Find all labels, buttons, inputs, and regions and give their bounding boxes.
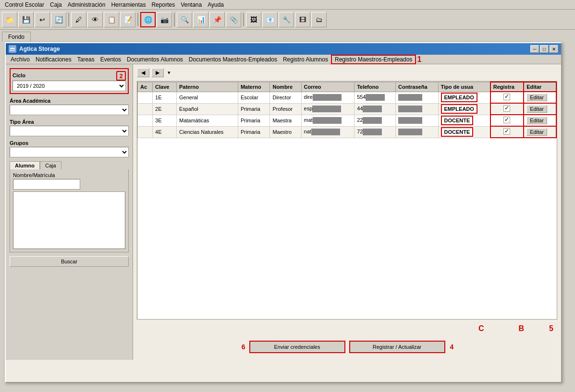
toolbar-btn-4[interactable]: 🔄 [51, 12, 66, 27]
window-menu-archivo[interactable]: Archivo [8, 55, 33, 64]
editar-button[interactable]: Editar [526, 117, 547, 124]
col-ac: Ac [138, 82, 153, 92]
toolbar-btn-16[interactable]: 📧 [262, 12, 278, 27]
toolbar-btn-1[interactable]: 📁 [2, 12, 17, 27]
nombre-matricula-label: Nombre/Matrícula [13, 172, 125, 178]
window-menu-eventos[interactable]: Eventos [98, 55, 124, 64]
window-menu-tareas[interactable]: Tareas [74, 55, 98, 64]
menu-administracion[interactable]: Administración [65, 0, 109, 9]
alumno-caja-tabs: Alumno Caja [10, 161, 129, 169]
toolbar-btn-8[interactable]: 📝 [120, 12, 135, 27]
toolbar-btn-17[interactable]: 🔧 [279, 12, 294, 27]
toolbar-sep-4 [243, 13, 244, 26]
annotation-c: C [478, 324, 484, 333]
maximize-button[interactable]: □ [540, 45, 549, 53]
editar-button[interactable]: Editar [526, 128, 547, 136]
toolbar-btn-12[interactable]: 📊 [193, 12, 208, 27]
registra-cell [490, 126, 524, 138]
editar-cell: Editar [524, 126, 556, 138]
window-menu-documentos-maestros[interactable]: Documentos Maestros-Empleados [186, 55, 280, 64]
toolbar-btn-3[interactable]: ↩ [35, 12, 50, 27]
list-box[interactable] [13, 191, 125, 249]
tab-caja[interactable]: Caja [40, 161, 61, 169]
nombre-matricula-input[interactable] [13, 179, 80, 190]
toolbar-btn-5[interactable]: 🖊 [71, 12, 86, 27]
table-row: 3EMatamáticasPrimariaMaestramat22DOCENTE… [138, 115, 557, 126]
menu-reportes[interactable]: Reportes [148, 0, 178, 9]
back-button[interactable]: ◀ [137, 68, 149, 77]
col-editar: Editar [524, 82, 556, 92]
close-button[interactable]: ✕ [550, 45, 558, 53]
table-cell: nat [301, 126, 355, 138]
table-cell: esp [301, 103, 355, 115]
tipo-usuario-value: EMPLEADO [441, 93, 477, 102]
editar-button[interactable]: Editar [526, 105, 547, 113]
window-title-left: 🗃 Agtica Storage [9, 45, 60, 53]
toolbar-btn-13[interactable]: 📌 [209, 12, 225, 27]
table-cell [395, 92, 438, 103]
toolbar-btn-14[interactable]: 📎 [226, 12, 241, 27]
area-academica-select[interactable] [10, 105, 129, 115]
forward-button[interactable]: ▶ [151, 68, 164, 77]
editar-cell: Editar [524, 103, 556, 115]
tipo-area-label: Tipo Área [10, 119, 129, 125]
menu-control-escolar[interactable]: Control Escolar [2, 0, 47, 9]
window-menu-notificaciones[interactable]: Notificaciones [33, 55, 74, 64]
menu-herramientas[interactable]: Herramientas [108, 0, 148, 9]
annotation-b: B [519, 324, 525, 333]
toolbar-btn-6[interactable]: 👁 [87, 12, 103, 27]
table-cell: Español [176, 103, 238, 115]
col-registra: Registra [490, 82, 524, 92]
table-cell: Ciencias Naturales [176, 126, 238, 138]
table-cell: Primaria [238, 115, 270, 126]
tab-alumno[interactable]: Alumno [10, 161, 40, 169]
minimize-button[interactable]: ─ [530, 45, 539, 53]
registra-cell [490, 103, 524, 115]
menu-ventana[interactable]: Ventana [178, 0, 205, 9]
toolbar-btn-2[interactable]: 💾 [18, 12, 34, 27]
content-area: Ciclo 2 2019 / 2020 Área Académica Tipo … [6, 64, 561, 360]
table-row: 1EGeneralEscolarDirectordire554EMPLEADOE… [138, 92, 557, 103]
tipo-usuario-cell: DOCENTE [438, 115, 490, 126]
table-cell: dire [301, 92, 355, 103]
registra-checkbox[interactable] [503, 117, 510, 123]
editar-cell: Editar [524, 92, 556, 103]
annotation-5: 5 [549, 324, 553, 333]
grupos-select[interactable] [10, 147, 129, 157]
tipo-usuario-value: DOCENTE [441, 127, 474, 137]
registra-checkbox[interactable] [503, 94, 510, 100]
registra-cell [490, 92, 524, 103]
fondo-tab[interactable]: Fondo [2, 32, 31, 42]
menu-ayuda[interactable]: Ayuda [205, 0, 227, 9]
grupos-section: Grupos [10, 140, 129, 157]
toolbar-btn-11[interactable]: 🔍 [177, 12, 192, 27]
table-cell: 1E [153, 92, 177, 103]
toolbar-btn-10[interactable]: 📷 [157, 12, 172, 27]
registra-checkbox[interactable] [503, 105, 510, 112]
toolbar-btn-active[interactable]: 🌐 [140, 12, 156, 27]
table-cell: Maestro [270, 126, 301, 138]
table-cell [138, 115, 153, 126]
tipo-usuario-cell: EMPLEADO [438, 92, 490, 103]
window-menu-documentos-alumnos[interactable]: Documentos Alumnos [124, 55, 186, 64]
table-cell: 22 [355, 115, 396, 126]
window-menu-registro-alumnos[interactable]: Registro Alumnos [280, 55, 331, 64]
toolbar-sep-1 [68, 13, 69, 26]
ciclo-select[interactable]: 2019 / 2020 [12, 81, 126, 91]
enviar-credenciales-button[interactable]: Enviar credenciales [249, 341, 345, 353]
table-row: 4ECiencias NaturalesPrimariaMaestronat72… [138, 126, 557, 138]
toolbar-btn-18[interactable]: 🎞 [295, 12, 310, 27]
editar-button[interactable]: Editar [526, 94, 547, 101]
tipo-area-select[interactable] [10, 126, 129, 136]
data-table: Ac Clave Paterno Materno Nombre Correo T… [137, 82, 557, 138]
toolbar-btn-7[interactable]: 📋 [104, 12, 119, 27]
editar-cell: Editar [524, 115, 556, 126]
toolbar-btn-19[interactable]: 🗂 [311, 12, 327, 27]
window-menu-registro-maestros[interactable]: Registro Maestros-Empleados [331, 55, 416, 64]
registra-checkbox[interactable] [503, 128, 510, 135]
toolbar-btn-15[interactable]: 🖼 [246, 12, 261, 27]
registrar-actualizar-button[interactable]: Registrar / Actualizar [349, 341, 445, 353]
buscar-button[interactable]: Buscar [10, 256, 129, 267]
grupos-label: Grupos [10, 140, 129, 146]
menu-caja[interactable]: Caja [47, 0, 65, 9]
